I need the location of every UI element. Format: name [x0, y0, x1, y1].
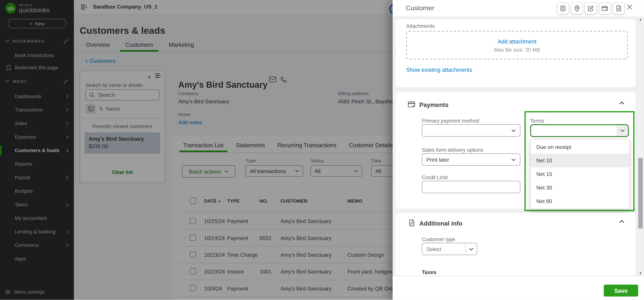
drawer-title: Customer [406, 4, 434, 12]
scroll-up-arrow[interactable]: ▲ [638, 17, 643, 22]
terms-option-net-15[interactable]: Net 15 [531, 167, 629, 181]
primary-payment-method-label: Primary payment method [422, 118, 479, 124]
taxes-label: Taxes [422, 269, 436, 275]
terms-select[interactable] [530, 124, 629, 137]
drawer-scrollbar: ▲ ▼ [638, 17, 643, 276]
payment-card-icon [408, 101, 415, 108]
contact-info-button[interactable] [557, 2, 569, 14]
close-drawer-button[interactable] [627, 4, 632, 10]
chevron-down-icon [469, 248, 474, 250]
additional-info-title: Additional info [419, 220, 462, 227]
collapse-payments-button[interactable] [619, 101, 624, 105]
show-existing-attachments-link[interactable]: Show existing attachments [406, 67, 472, 73]
payment-card-icon [602, 6, 608, 11]
scroll-down-arrow[interactable]: ▼ [638, 271, 643, 276]
attachments-label: Attachments [406, 23, 435, 29]
location-pin-icon [574, 5, 580, 12]
drawer-footer: Save [392, 276, 644, 300]
notes-edit-button[interactable] [585, 2, 597, 14]
payments-section-button[interactable] [599, 2, 611, 14]
customer-type-label: Customer type [422, 237, 455, 242]
terms-dropdown-menu: Due on receipt Net 10 Net 15 Net 30 Net … [530, 139, 630, 209]
collapse-additional-info-button[interactable] [619, 220, 624, 223]
customer-type-select[interactable]: Select [422, 243, 477, 255]
terms-option-due-on-receipt[interactable]: Due on receipt [531, 140, 629, 154]
terms-option-net-60[interactable]: Net 60 [531, 194, 629, 208]
close-icon [627, 4, 632, 10]
chevron-down-icon [511, 158, 516, 161]
edit-pencil-icon [588, 5, 594, 11]
contact-card-icon [560, 5, 566, 11]
app-window: qb INTUIT quickbooks + New BOOKMARKS Ban… [0, 0, 644, 300]
terms-option-net-10[interactable]: Net 10 [531, 154, 629, 167]
customer-edit-drawer: Customer Attachments Add [392, 0, 644, 300]
sales-form-delivery-label: Sales form delivery options [422, 147, 484, 153]
attachments-card: Attachments Add attachment Max file size… [395, 19, 636, 88]
select-chevron-segment [616, 125, 628, 136]
save-button[interactable]: Save [604, 285, 638, 297]
additional-info-button[interactable] [613, 2, 625, 14]
document-icon [408, 219, 415, 226]
attachment-dropzone[interactable]: Add attachment Max file size: 20 MB [406, 31, 628, 59]
document-icon [616, 5, 622, 11]
chevron-down-icon [511, 129, 516, 132]
terms-option-net-30[interactable]: Net 30 [531, 181, 629, 194]
terms-label: Terms [530, 118, 544, 124]
addresses-button[interactable] [571, 2, 583, 14]
max-file-size-text: Max file size: 20 MB [407, 47, 627, 53]
drawer-header: Customer [392, 0, 644, 17]
sales-form-delivery-select[interactable]: Print later [422, 153, 520, 166]
primary-payment-method-select[interactable] [422, 124, 520, 137]
payments-card: Payments Primary payment method Terms Du… [395, 91, 636, 209]
additional-info-card: Additional info Customer type Select Tax… [395, 212, 636, 278]
select-chevron-segment [465, 243, 477, 255]
payments-section-title: Payments [419, 101, 448, 108]
scrollbar-thumb[interactable] [638, 158, 643, 229]
add-attachment-link[interactable]: Add attachment [407, 39, 627, 45]
chevron-down-icon [620, 129, 624, 132]
credit-limit-label: Credit Limit [422, 175, 448, 180]
credit-limit-input[interactable] [422, 181, 520, 193]
